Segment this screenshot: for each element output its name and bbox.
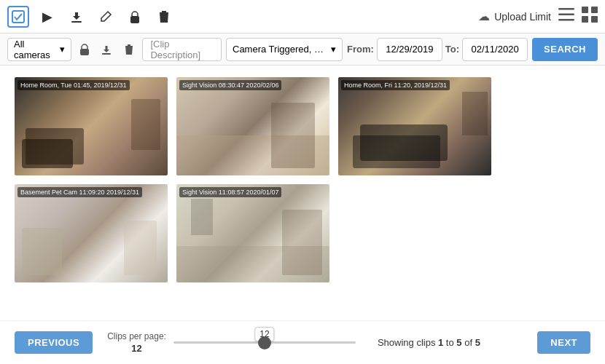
clips-grid: Home Room, Tue 01:45, 2019/12/31 Sight V… [15, 77, 590, 282]
svg-rect-5 [558, 19, 574, 21]
clips-per-page-slider[interactable]: 12 [173, 341, 356, 344]
clip-thumbnail[interactable]: Sight Vision 11:08:57 2020/01/07 [176, 184, 329, 282]
svg-rect-6 [582, 7, 588, 13]
date-range: From: To: [347, 38, 528, 61]
clips-per-page: Clips per page: 12 [107, 331, 166, 354]
download-icon[interactable] [66, 6, 87, 28]
svg-rect-0 [12, 11, 24, 23]
clip-thumbnail[interactable]: Home Room, Fri 11:20, 2019/12/31 [338, 77, 491, 175]
clip-thumbnail[interactable]: Sight Vision 08:30:47 2020/02/06 [176, 77, 329, 175]
svg-rect-4 [558, 14, 574, 16]
filter-lock-icon[interactable] [76, 39, 94, 60]
clip-label: Sight Vision 11:08:57 2020/01/07 [179, 187, 281, 197]
camera-select-label: All cameras [14, 39, 57, 60]
camera-select[interactable]: All cameras ▾ [7, 38, 71, 61]
upload-limit-label: Upload Limit [494, 11, 551, 23]
toolbar: ▶ ☁ Upload Limit [0, 0, 605, 33]
clip-desc-placeholder: [Clip Description] [150, 39, 214, 60]
camera-triggered-label: Camera Triggered, Eve... [233, 44, 328, 55]
slider-thumb[interactable] [258, 336, 271, 349]
filter-bar: All cameras ▾ [Clip Description] Camera … [0, 33, 605, 66]
from-label: From: [347, 44, 374, 55]
next-button[interactable]: NEXT [537, 331, 590, 354]
svg-rect-10 [80, 49, 89, 55]
clips-per-page-value: 12 [131, 343, 141, 354]
clip-thumbnail[interactable]: Basement Pet Cam 11:09:20 2019/12/31 [15, 184, 168, 282]
main-content: Home Room, Tue 01:45, 2019/12/31 Sight V… [0, 66, 605, 294]
clip-label: Home Room, Fri 11:20, 2019/12/31 [341, 80, 450, 90]
upload-limit[interactable]: ☁ Upload Limit [478, 9, 551, 23]
svg-rect-3 [558, 8, 574, 10]
svg-rect-9 [591, 16, 598, 23]
lock-icon[interactable] [124, 6, 146, 28]
svg-rect-11 [102, 53, 111, 55]
clip-description-input[interactable]: [Clip Description] [142, 38, 222, 61]
filter-download-icon[interactable] [98, 39, 116, 60]
search-button[interactable]: SEARCH [532, 38, 598, 61]
showing-of: of [462, 337, 475, 348]
grid-icon[interactable] [582, 7, 598, 26]
svg-rect-2 [130, 16, 139, 23]
delete-icon[interactable] [153, 6, 175, 28]
showing-total: 5 [475, 337, 480, 348]
camera-triggered-select[interactable]: Camera Triggered, Eve... ▾ [226, 38, 343, 61]
svg-rect-7 [591, 7, 598, 13]
menu-icon[interactable] [558, 8, 574, 25]
svg-rect-1 [71, 21, 82, 23]
previous-button[interactable]: PREVIOUS [15, 331, 93, 354]
to-date-input[interactable] [462, 38, 528, 61]
svg-rect-8 [582, 16, 588, 23]
clip-label: Sight Vision 08:30:47 2020/02/06 [179, 80, 281, 90]
from-date-input[interactable] [377, 38, 442, 61]
checkbox-icon[interactable] [7, 6, 29, 28]
clips-per-page-label: Clips per page: [107, 331, 166, 341]
clip-label: Home Room, Tue 01:45, 2019/12/31 [17, 80, 130, 90]
clip-thumbnail[interactable]: Home Room, Tue 01:45, 2019/12/31 [15, 77, 168, 175]
showing-end: 5 [456, 337, 461, 348]
bottom-bar: PREVIOUS Clips per page: 12 12 Showing c… [0, 320, 605, 364]
play-icon[interactable]: ▶ [36, 6, 58, 28]
upload-icon: ☁ [478, 9, 490, 23]
showing-prefix: Showing clips [378, 337, 438, 348]
showing-clips: Showing clips 1 to 5 of 5 [378, 337, 480, 348]
edit-icon[interactable] [95, 6, 117, 28]
camera-triggered-chevron: ▾ [331, 44, 336, 55]
showing-to: to [443, 337, 456, 348]
clip-label: Basement Pet Cam 11:09:20 2019/12/31 [17, 187, 142, 197]
filter-delete-icon[interactable] [120, 39, 138, 60]
chevron-down-icon: ▾ [60, 44, 65, 55]
to-label: To: [445, 44, 459, 55]
